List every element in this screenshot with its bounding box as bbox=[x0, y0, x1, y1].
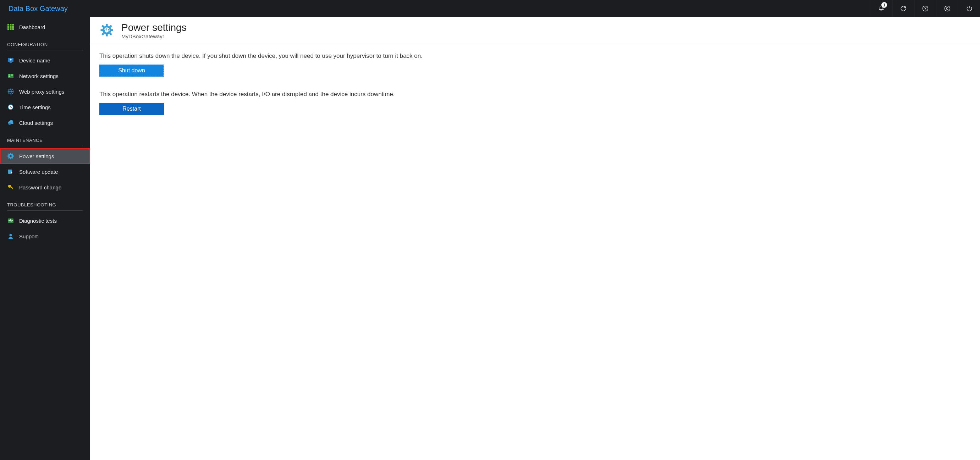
power-button[interactable] bbox=[958, 0, 980, 17]
help-icon bbox=[922, 5, 929, 12]
brand-title: Data Box Gateway bbox=[8, 5, 68, 13]
update-icon bbox=[7, 168, 14, 175]
sidebar-item-power-settings[interactable]: Power settings bbox=[0, 148, 90, 164]
sidebar-section-maintenance: MAINTENANCE bbox=[7, 130, 83, 146]
notification-badge: 1 bbox=[881, 2, 887, 8]
pulse-icon bbox=[7, 217, 14, 224]
top-bar: Data Box Gateway 1 bbox=[0, 0, 980, 17]
svg-rect-15 bbox=[8, 74, 13, 78]
page-title: Power settings bbox=[121, 22, 187, 33]
sidebar: Dashboard CONFIGURATION Device name Netw… bbox=[0, 17, 90, 460]
topbar-actions: 1 bbox=[870, 0, 980, 17]
notifications-button[interactable]: 1 bbox=[870, 0, 892, 17]
sidebar-item-web-proxy-settings[interactable]: Web proxy settings bbox=[0, 84, 90, 99]
sidebar-item-software-update[interactable]: Software update bbox=[0, 164, 90, 179]
svg-point-22 bbox=[8, 123, 11, 125]
svg-rect-8 bbox=[12, 26, 14, 28]
svg-line-43 bbox=[102, 25, 104, 27]
svg-point-24 bbox=[10, 155, 12, 157]
globe-icon bbox=[7, 88, 14, 95]
sidebar-item-device-name[interactable]: Device name bbox=[0, 52, 90, 68]
svg-rect-13 bbox=[10, 62, 12, 63]
svg-rect-5 bbox=[12, 24, 14, 25]
svg-rect-11 bbox=[12, 29, 14, 30]
sidebar-item-support[interactable]: Support bbox=[0, 228, 90, 244]
svg-rect-35 bbox=[10, 186, 13, 189]
svg-rect-18 bbox=[11, 75, 13, 76]
svg-rect-17 bbox=[8, 76, 10, 77]
sidebar-item-label: Web proxy settings bbox=[19, 89, 64, 95]
sidebar-item-label: Password change bbox=[19, 184, 61, 190]
sidebar-item-label: Diagnostic tests bbox=[19, 218, 57, 224]
clock-icon bbox=[7, 103, 14, 111]
sidebar-item-label: Time settings bbox=[19, 104, 51, 110]
page-content: This operation shuts down the device. If… bbox=[90, 43, 980, 138]
refresh-button[interactable] bbox=[892, 0, 914, 17]
help-button[interactable] bbox=[914, 0, 936, 17]
sidebar-section-troubleshooting: TROUBLESHOOTING bbox=[7, 195, 83, 211]
gear-icon bbox=[7, 152, 14, 160]
svg-rect-6 bbox=[8, 26, 9, 28]
svg-rect-7 bbox=[10, 26, 12, 28]
main-content: Power settings MyDBoxGateway1 This opera… bbox=[90, 17, 980, 460]
sidebar-item-label: Power settings bbox=[19, 153, 54, 159]
svg-rect-33 bbox=[8, 170, 12, 174]
svg-line-44 bbox=[110, 33, 111, 34]
svg-line-32 bbox=[12, 154, 13, 155]
sidebar-item-network-settings[interactable]: Network settings bbox=[0, 68, 90, 84]
svg-rect-9 bbox=[8, 29, 9, 30]
svg-line-30 bbox=[12, 157, 13, 158]
sidebar-item-label: Network settings bbox=[19, 73, 59, 79]
svg-rect-3 bbox=[8, 24, 9, 25]
restart-button[interactable]: Restart bbox=[99, 103, 164, 115]
shutdown-button[interactable]: Shut down bbox=[99, 65, 164, 77]
sidebar-item-label: Cloud settings bbox=[19, 120, 53, 126]
page-subtitle: MyDBoxGateway1 bbox=[121, 33, 187, 40]
svg-line-45 bbox=[102, 33, 104, 34]
copyright-button[interactable] bbox=[936, 0, 958, 17]
svg-point-14 bbox=[10, 59, 12, 61]
sidebar-item-dashboard[interactable]: Dashboard bbox=[0, 19, 90, 35]
sidebar-item-label: Dashboard bbox=[19, 24, 45, 30]
sidebar-item-cloud-settings[interactable]: Cloud settings bbox=[0, 115, 90, 130]
svg-line-46 bbox=[110, 25, 111, 27]
grid-icon bbox=[7, 24, 14, 30]
cloud-gear-icon bbox=[7, 119, 14, 126]
svg-line-29 bbox=[8, 154, 9, 155]
sidebar-item-label: Device name bbox=[19, 57, 50, 63]
sidebar-item-diagnostic-tests[interactable]: Diagnostic tests bbox=[0, 213, 90, 228]
key-icon bbox=[7, 184, 14, 191]
svg-rect-16 bbox=[8, 75, 10, 76]
network-icon bbox=[7, 72, 14, 79]
sidebar-item-label: Software update bbox=[19, 169, 58, 175]
person-icon bbox=[7, 233, 14, 240]
refresh-icon bbox=[900, 5, 907, 12]
copyright-icon bbox=[944, 5, 951, 12]
shutdown-description: This operation shuts down the device. If… bbox=[99, 52, 971, 60]
restart-description: This operation restarts the device. When… bbox=[99, 91, 971, 98]
sidebar-item-password-change[interactable]: Password change bbox=[0, 179, 90, 195]
sidebar-section-configuration: CONFIGURATION bbox=[7, 35, 83, 50]
svg-point-37 bbox=[10, 234, 12, 236]
svg-rect-4 bbox=[10, 24, 12, 25]
svg-rect-10 bbox=[10, 29, 12, 30]
svg-point-2 bbox=[945, 6, 950, 11]
svg-line-31 bbox=[8, 157, 9, 158]
sidebar-item-label: Support bbox=[19, 233, 38, 240]
svg-point-1 bbox=[925, 10, 925, 10]
power-icon bbox=[966, 5, 973, 12]
sidebar-item-time-settings[interactable]: Time settings bbox=[0, 99, 90, 115]
power-gear-icon bbox=[99, 23, 114, 39]
monitor-icon bbox=[7, 57, 14, 64]
page-header: Power settings MyDBoxGateway1 bbox=[90, 17, 980, 43]
